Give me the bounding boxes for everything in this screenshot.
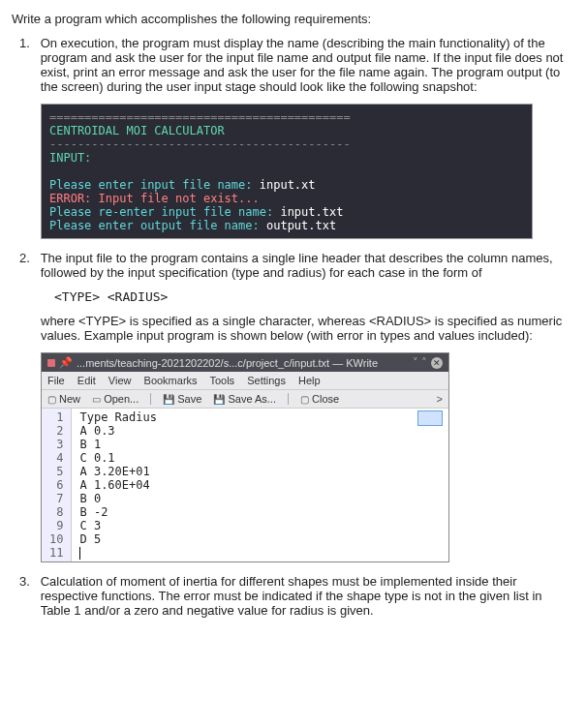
tool-new-label: New (59, 393, 80, 405)
gutter-line: 4 (49, 451, 63, 465)
terminal-input-label: INPUT: (49, 151, 524, 165)
menu-bookmarks[interactable]: Bookmarks (144, 375, 198, 386)
editor-gutter: 1 2 3 4 5 6 7 8 9 10 11 (42, 409, 72, 561)
terminal-prompt-2: Please re-enter input file name: (49, 205, 280, 219)
editor-body: 1 2 3 4 5 6 7 8 9 10 11 Type Radius A 0.… (42, 409, 448, 561)
gutter-line: 3 (49, 438, 63, 451)
editor-title-text: ...ments/teaching-2021202202/s...c/proje… (77, 357, 409, 369)
save-icon: 💾 (163, 394, 174, 405)
editor-line: A 3.20E+01 (79, 465, 441, 478)
terminal-prompt-1: Please enter input file name: (49, 178, 260, 192)
terminal-sep2: ----------------------------------------… (49, 137, 524, 151)
editor-title-chevrons: ˅ ˄ (413, 356, 427, 369)
gutter-line: 6 (49, 478, 63, 492)
terminal-input-1: input.xt (260, 178, 316, 192)
editor-line: B 0 (79, 492, 441, 505)
requirements-list: 1. On execution, the program must displa… (12, 36, 574, 618)
editor-line: B 1 (79, 438, 441, 451)
tool-open[interactable]: ▭ Open... (92, 393, 139, 405)
tool-save[interactable]: 💾 Save (163, 393, 201, 405)
gutter-line: 8 (49, 505, 63, 519)
close-icon[interactable]: ✕ (431, 357, 443, 369)
item-2: 2. The input file to the program contain… (41, 251, 574, 562)
intro-text: Write a program which accomplishes the f… (12, 12, 574, 26)
editor-titlebar: 📌 ...ments/teaching-2021202202/s...c/pro… (42, 353, 448, 372)
gutter-line: 7 (49, 492, 63, 505)
toolbar-separator-2 (288, 393, 289, 405)
close-doc-icon: ▢ (300, 394, 309, 405)
toolbar-overflow-icon[interactable]: > (437, 393, 443, 405)
terminal-line-1: Please enter input file name: input.xt (49, 178, 524, 192)
editor-line: A 0.3 (79, 424, 441, 438)
save-as-icon: 💾 (213, 394, 225, 405)
editor-line: A 1.60E+04 (79, 478, 441, 492)
editor-modified-dot (47, 359, 55, 367)
terminal-input-3: output.txt (266, 219, 336, 232)
item-3-number: 3. (19, 574, 37, 589)
editor-line: D 5 (79, 532, 441, 546)
editor-line-cursor (79, 546, 441, 560)
terminal-line-4: Please enter output file name: output.tx… (49, 219, 524, 232)
editor-line: Type Radius (79, 410, 441, 424)
gutter-line: 11 (49, 546, 63, 560)
menu-help[interactable]: Help (298, 375, 321, 386)
gutter-line: 5 (49, 465, 63, 478)
menu-settings[interactable]: Settings (247, 375, 286, 386)
menu-file[interactable]: File (47, 375, 65, 386)
terminal-prompt-3: Please enter output file name: (49, 219, 266, 232)
item-2-number: 2. (19, 251, 37, 265)
tool-saveas-label: Save As... (228, 393, 276, 405)
syntax-format: <TYPE> <RADIUS> (54, 289, 574, 304)
item-2-after-text: where <TYPE> is specified as a single ch… (41, 314, 574, 343)
gutter-line: 2 (49, 424, 63, 438)
editor-line: C 0.1 (79, 451, 441, 465)
menu-view[interactable]: View (108, 375, 132, 386)
item-1-text: On execution, the program must display t… (41, 36, 572, 94)
editor-menubar: File Edit View Bookmarks Tools Settings … (42, 372, 448, 390)
tool-open-label: Open... (104, 393, 139, 405)
editor-line: B -2 (79, 505, 441, 519)
text-cursor (79, 547, 80, 560)
new-file-icon: ▢ (47, 394, 56, 405)
tool-save-label: Save (177, 393, 201, 405)
open-folder-icon: ▭ (92, 394, 101, 405)
terminal-error: ERROR: Input file not exist... (49, 192, 524, 205)
item-2-text: The input file to the program contains a… (41, 251, 572, 280)
pin-icon: 📌 (59, 356, 73, 369)
menu-edit[interactable]: Edit (77, 375, 96, 386)
item-3-text: Calculation of moment of inertia for dif… (41, 574, 572, 618)
tool-close[interactable]: ▢ Close (300, 393, 339, 405)
toolbar-separator-1 (150, 393, 151, 405)
tool-saveas[interactable]: 💾 Save As... (213, 393, 276, 405)
terminal-title: CENTROIDAL MOI CALCULATOR (49, 124, 524, 137)
editor-toolbar: ▢ New ▭ Open... 💾 Save 💾 Save As... ▢ Cl… (42, 390, 448, 409)
item-3: 3. Calculation of moment of inertia for … (41, 574, 574, 618)
tool-close-label: Close (312, 393, 339, 405)
editor-line: C 3 (79, 519, 441, 532)
editor-text-area[interactable]: Type Radius A 0.3 B 1 C 0.1 A 3.20E+01 A… (72, 409, 448, 561)
terminal-sep1: ========================================… (49, 110, 524, 124)
editor-window: 📌 ...ments/teaching-2021202202/s...c/pro… (41, 352, 449, 562)
gutter-line: 1 (49, 410, 63, 424)
menu-tools[interactable]: Tools (209, 375, 234, 386)
editor-highlight-marker (417, 410, 443, 426)
terminal-blank (49, 165, 524, 178)
terminal-line-3: Please re-enter input file name: input.t… (49, 205, 524, 219)
item-1: 1. On execution, the program must displa… (41, 36, 574, 239)
item-1-number: 1. (19, 36, 37, 50)
tool-new[interactable]: ▢ New (47, 393, 80, 405)
gutter-line: 10 (49, 532, 63, 546)
terminal-snapshot: ========================================… (41, 104, 533, 239)
gutter-line: 9 (49, 519, 63, 532)
terminal-input-2: input.txt (280, 205, 343, 219)
